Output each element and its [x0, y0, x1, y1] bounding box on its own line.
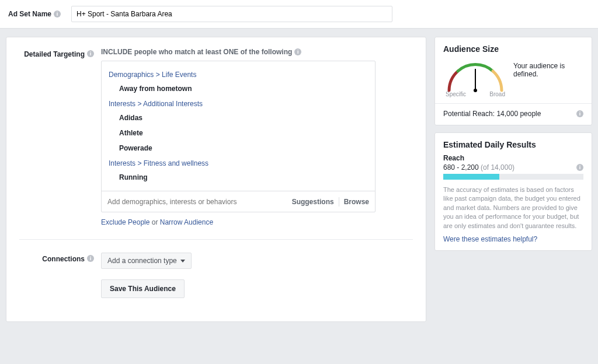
- targeting-item[interactable]: Running: [109, 170, 368, 185]
- svg-point-1: [474, 89, 477, 92]
- add-connection-type-button[interactable]: Add a connection type: [101, 253, 192, 269]
- connections-label-text: Connections: [42, 255, 85, 263]
- targeting-category: Interests > Additional Interests: [109, 100, 368, 108]
- detailed-targeting-label-text: Detailed Targeting: [24, 50, 85, 58]
- audience-size-title: Audience Size: [443, 44, 583, 54]
- info-icon[interactable]: i: [54, 10, 61, 18]
- targeting-item[interactable]: Athlete: [109, 125, 368, 141]
- audience-defined-text: Your audience is defined.: [513, 58, 583, 78]
- edr-range-of: (of 14,000): [481, 163, 514, 172]
- ad-set-name-label: Ad Set Name i: [8, 10, 67, 18]
- potential-reach-row: Potential Reach: 14,000 people i: [443, 110, 583, 118]
- category-path-a[interactable]: Demographics: [109, 71, 154, 79]
- targeting-category: Demographics > Life Events: [109, 71, 368, 79]
- info-icon[interactable]: i: [576, 164, 583, 171]
- edr-range-row: 680 - 2,200 (of 14,000) i: [443, 163, 583, 172]
- edr-progress: [443, 174, 583, 180]
- category-path-b[interactable]: Fitness and wellness: [144, 159, 208, 167]
- edr-progress-fill: [443, 174, 499, 180]
- save-audience-button[interactable]: Save This Audience: [101, 279, 185, 298]
- targeting-category: Interests > Fitness and wellness: [109, 159, 368, 167]
- section-divider: [19, 239, 413, 240]
- potential-reach-text: Potential Reach: 14,000 people: [443, 110, 541, 118]
- main-panel: Detailed Targeting i INCLUDE people who …: [6, 37, 426, 322]
- estimates-feedback-link[interactable]: Were these estimates helpful?: [443, 235, 537, 243]
- suggestions-link[interactable]: Suggestions: [292, 198, 334, 206]
- edr-range-value: 680 - 2,200: [443, 163, 479, 172]
- targeting-search-input[interactable]: [107, 198, 292, 206]
- audience-gauge: [443, 58, 507, 93]
- add-connection-label: Add a connection type: [107, 257, 177, 265]
- edr-disclaimer: The accuracy of estimates is based on fa…: [443, 186, 583, 230]
- narrow-audience-link[interactable]: Narrow Audience: [160, 218, 213, 226]
- divider: [339, 197, 339, 206]
- ad-set-name-input[interactable]: [71, 6, 392, 22]
- category-path-a[interactable]: Interests: [109, 159, 135, 167]
- audience-size-card: Audience Size Specific Bro: [434, 37, 592, 125]
- edr-reach-label: Reach: [443, 154, 583, 162]
- or-text: or: [152, 218, 158, 226]
- targeting-item[interactable]: Powerade: [109, 141, 368, 156]
- detailed-targeting-label: Detailed Targeting i: [19, 48, 101, 58]
- ad-set-name-label-text: Ad Set Name: [8, 10, 51, 18]
- estimated-daily-results-card: Estimated Daily Results Reach 680 - 2,20…: [434, 132, 592, 251]
- targeting-item[interactable]: Away from hometown: [109, 81, 368, 96]
- category-path-a[interactable]: Interests: [109, 100, 135, 108]
- info-icon[interactable]: i: [576, 110, 583, 117]
- include-caption-text: INCLUDE people who match at least ONE of…: [101, 48, 292, 56]
- connections-label: Connections i: [19, 253, 101, 263]
- include-caption: INCLUDE people who match at least ONE of…: [101, 48, 413, 56]
- chevron-down-icon: [180, 260, 185, 262]
- info-icon[interactable]: i: [87, 50, 94, 57]
- browse-link[interactable]: Browse: [344, 198, 369, 206]
- exclude-people-link[interactable]: Exclude People: [101, 218, 150, 226]
- info-icon[interactable]: i: [87, 255, 94, 262]
- top-bar: Ad Set Name i: [0, 0, 598, 29]
- info-icon[interactable]: i: [294, 48, 301, 55]
- targeting-item[interactable]: Adidas: [109, 110, 368, 125]
- category-path-b[interactable]: Additional Interests: [143, 100, 203, 108]
- category-path-b[interactable]: Life Events: [162, 71, 196, 79]
- targeting-box: Demographics > Life EventsAway from home…: [101, 61, 376, 212]
- exclude-narrow-row: Exclude People or Narrow Audience: [101, 218, 413, 226]
- edr-title: Estimated Daily Results: [443, 140, 583, 149]
